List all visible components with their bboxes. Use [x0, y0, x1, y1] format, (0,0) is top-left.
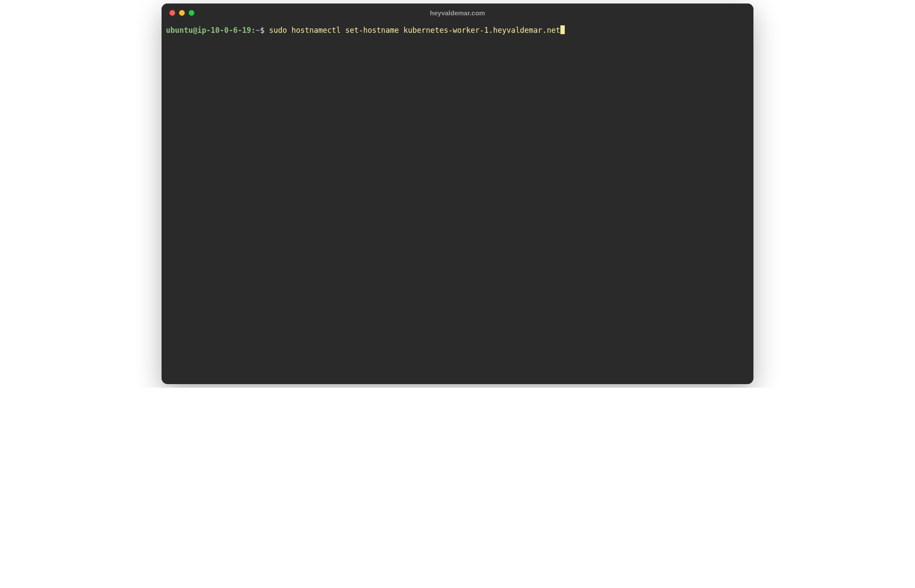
- traffic-lights: [162, 10, 194, 16]
- minimize-button[interactable]: [179, 10, 185, 16]
- terminal-window: heyvaldemar.com ubuntu@ip-10-0-6-19:~$ s…: [162, 4, 753, 384]
- window-title: heyvaldemar.com: [430, 9, 485, 17]
- prompt-symbol: $: [260, 26, 264, 35]
- command-text: sudo hostnamectl set-hostname kubernetes…: [269, 26, 560, 35]
- prompt-user: ubuntu@ip-10-0-6-19: [166, 26, 251, 35]
- prompt-path: ~: [256, 26, 260, 35]
- terminal-body[interactable]: ubuntu@ip-10-0-6-19:~$ sudo hostnamectl …: [162, 22, 753, 384]
- close-button[interactable]: [169, 10, 175, 16]
- title-bar: heyvaldemar.com: [162, 4, 753, 22]
- cursor-icon: [560, 25, 565, 34]
- prompt-separator: :: [251, 26, 255, 35]
- maximize-button[interactable]: [189, 10, 194, 16]
